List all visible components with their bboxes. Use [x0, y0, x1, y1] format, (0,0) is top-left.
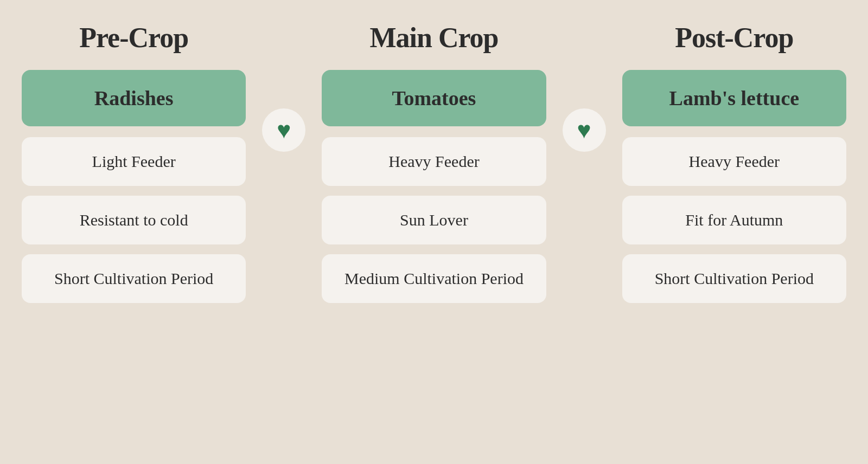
main-crop-name-card: Tomatoes: [322, 70, 546, 126]
main-crop-info-text-2: Sun Lover: [400, 211, 468, 229]
pre-crop-info-1: Light Feeder: [22, 137, 246, 186]
heart-icon-2: ♥: [577, 118, 591, 142]
heart-connector-2: ♥: [563, 108, 606, 152]
post-crop-info-text-1: Heavy Feeder: [689, 152, 780, 170]
main-crop-info-3: Medium Cultivation Period: [322, 254, 546, 303]
main-crop-title: Main Crop: [322, 22, 546, 54]
main-crop-info-2: Sun Lover: [322, 196, 546, 244]
post-crop-title: Post-Crop: [622, 22, 846, 54]
post-crop-info-1: Heavy Feeder: [622, 137, 846, 186]
post-crop-info-2: Fit for Autumn: [622, 196, 846, 244]
columns-wrapper: Pre-Crop Radishes Light Feeder Resistant…: [11, 22, 857, 313]
pre-crop-info-text-1: Light Feeder: [92, 152, 176, 170]
pre-crop-column: Pre-Crop Radishes Light Feeder Resistant…: [11, 22, 257, 313]
main-crop-column: Main Crop Tomatoes Heavy Feeder Sun Love…: [311, 22, 557, 313]
pre-crop-info-text-3: Short Cultivation Period: [54, 269, 213, 287]
post-crop-name-text: Lamb's lettuce: [669, 87, 800, 109]
main-crop-info-text-3: Medium Cultivation Period: [344, 269, 524, 287]
connector-1-column: ♥: [257, 22, 311, 152]
connector-2-column: ♥: [557, 22, 611, 152]
post-crop-name-card: Lamb's lettuce: [622, 70, 846, 126]
main-crop-name-text: Tomatoes: [392, 87, 476, 109]
post-crop-info-3: Short Cultivation Period: [622, 254, 846, 303]
pre-crop-info-3: Short Cultivation Period: [22, 254, 246, 303]
heart-icon-1: ♥: [277, 118, 291, 142]
main-crop-info-text-1: Heavy Feeder: [388, 152, 479, 170]
post-crop-info-text-2: Fit for Autumn: [685, 211, 783, 229]
heart-connector-1: ♥: [262, 108, 305, 152]
pre-crop-info-text-2: Resistant to cold: [80, 211, 188, 229]
pre-crop-info-2: Resistant to cold: [22, 196, 246, 244]
post-crop-column: Post-Crop Lamb's lettuce Heavy Feeder Fi…: [611, 22, 857, 313]
page-container: Pre-Crop Radishes Light Feeder Resistant…: [11, 22, 857, 313]
pre-crop-name-card: Radishes: [22, 70, 246, 126]
pre-crop-title: Pre-Crop: [22, 22, 246, 54]
pre-crop-name-text: Radishes: [94, 87, 174, 109]
main-crop-info-1: Heavy Feeder: [322, 137, 546, 186]
post-crop-info-text-3: Short Cultivation Period: [655, 269, 814, 287]
